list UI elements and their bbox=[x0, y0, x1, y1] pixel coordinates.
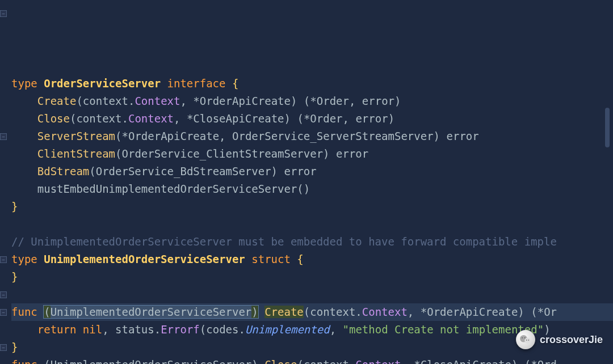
code-line: type OrderServiceServer interface { bbox=[11, 75, 613, 92]
code-line: func (UnimplementedOrderServiceServer) C… bbox=[11, 303, 613, 321]
code-line: ClientStream(OrderService_ClientStreamSe… bbox=[11, 145, 613, 163]
fold-marker[interactable]: − bbox=[0, 256, 7, 263]
fold-marker[interactable]: − bbox=[0, 344, 7, 351]
code-line bbox=[11, 215, 613, 233]
code-line: } bbox=[11, 198, 613, 215]
vertical-scrollbar[interactable] bbox=[605, 108, 610, 147]
code-line: Create(context.Context, *OrderApiCreate)… bbox=[11, 92, 613, 110]
svg-point-3 bbox=[524, 337, 526, 338]
svg-point-2 bbox=[522, 337, 523, 338]
fold-gutter: − − − − − − bbox=[0, 0, 7, 364]
code-line: Close(context.Context, *CloseApiCreate) … bbox=[11, 110, 613, 128]
code-line bbox=[11, 286, 613, 303]
watermark: crossoverJie bbox=[516, 330, 603, 349]
code-content: type OrderServiceServer interface { Crea… bbox=[11, 75, 613, 364]
fold-marker[interactable]: − bbox=[0, 10, 7, 17]
wechat-icon bbox=[516, 330, 535, 349]
code-line: func (UnimplementedOrderServiceServer) C… bbox=[11, 356, 613, 364]
fold-marker[interactable]: − bbox=[0, 133, 7, 140]
code-line: type UnimplementedOrderServiceServer str… bbox=[11, 251, 613, 268]
svg-point-1 bbox=[524, 337, 531, 344]
code-line: // UnimplementedOrderServiceServer must … bbox=[11, 233, 613, 251]
watermark-text: crossoverJie bbox=[540, 331, 603, 349]
code-line: BdStream(OrderService_BdStreamServer) er… bbox=[11, 163, 613, 180]
code-line: } bbox=[11, 268, 613, 286]
svg-point-5 bbox=[528, 340, 530, 341]
svg-point-4 bbox=[526, 340, 527, 341]
code-line: mustEmbedUnimplementedOrderServiceServer… bbox=[11, 180, 613, 198]
code-line: ServerStream(*OrderApiCreate, OrderServi… bbox=[11, 128, 613, 145]
code-editor[interactable]: − − − − − − type OrderServiceServer inte… bbox=[0, 0, 613, 364]
fold-marker[interactable]: − bbox=[0, 291, 7, 298]
fold-marker[interactable]: − bbox=[0, 309, 7, 316]
